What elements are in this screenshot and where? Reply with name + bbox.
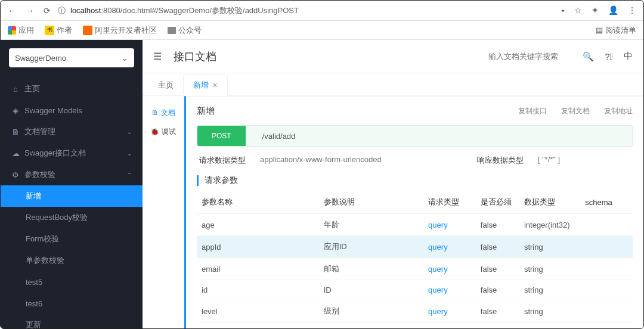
bookmark-author[interactable]: 书作者 [45, 25, 72, 36]
cell-desc: 应用ID [319, 236, 423, 258]
back-icon[interactable]: ← [8, 6, 16, 15]
sidebar-sub-single[interactable]: 单参数校验 [1, 250, 143, 271]
left-tabs: 🗎文档 🐞调试 [143, 96, 184, 329]
aliyun-icon [83, 26, 92, 35]
cell-name: email [197, 258, 319, 280]
method-badge: POST [197, 126, 246, 146]
folder-icon [168, 27, 176, 34]
sidebar-sub-add[interactable]: 新增 [1, 185, 143, 207]
cell-required: false [476, 280, 519, 300]
params-table: 参数名称 参数说明 请求类型 是否必须 数据类型 schema age 年龄 q… [197, 191, 633, 329]
profile-icon[interactable]: 👤 [608, 5, 618, 15]
cell-schema [580, 258, 633, 280]
sidebar-sub-test6[interactable]: test6 [1, 293, 143, 314]
col-datatype: 数据类型 [519, 191, 580, 214]
cell-schema [580, 322, 633, 330]
col-desc: 参数说明 [319, 191, 423, 214]
cell-desc: 名字 [319, 322, 423, 330]
sidebar-sub-form[interactable]: Form校验 [1, 228, 143, 250]
topbar: ☰ 接口文档 🔍 ?⃝ 中 [143, 40, 643, 73]
search-input[interactable] [488, 52, 572, 61]
project-select[interactable]: SwaggerDemo ⌄ [9, 48, 134, 67]
copy-interface-link[interactable]: 复制接口 [518, 106, 547, 116]
url-host: localhost [70, 6, 101, 15]
cell-reqtype: query [423, 280, 476, 300]
copy-addr-link[interactable]: 复制地址 [604, 106, 633, 116]
cell-name: name [197, 322, 319, 330]
models-icon: ◈ [11, 106, 20, 115]
bookmark-reading-list[interactable]: ▤阅读清单 [596, 25, 636, 36]
table-row: appId 应用ID query false string [197, 236, 633, 258]
method-row: POST /valid/add [197, 125, 633, 147]
bookmark-aliyun[interactable]: 阿里云开发者社区 [83, 25, 157, 36]
cell-name: appId [197, 236, 319, 258]
col-schema: schema [580, 191, 633, 214]
list-icon: ▤ [596, 26, 603, 35]
cell-datatype: string [519, 236, 580, 258]
bookmark-apps[interactable]: 应用 [8, 25, 34, 36]
bug-icon: 🐞 [150, 128, 159, 136]
table-row: name 名字 query false string [197, 322, 633, 330]
info-icon[interactable]: ⓘ [58, 5, 66, 16]
reload-icon[interactable]: ⟳ [44, 6, 51, 15]
resp-type-label: 响应数据类型 [477, 155, 524, 166]
cell-name: age [197, 214, 319, 236]
sidebar-sub-test5[interactable]: test5 [1, 271, 143, 293]
col-name: 参数名称 [197, 191, 319, 214]
cell-datatype: string [519, 300, 580, 322]
cell-datatype: string [519, 280, 580, 300]
sidebar-item-validate[interactable]: ⚙参数校验⌃ [1, 164, 143, 185]
menu-toggle-icon[interactable]: ☰ [153, 51, 162, 62]
cell-name: id [197, 280, 319, 300]
tab-home[interactable]: 主页 [148, 75, 183, 95]
docs-icon: 🗎 [11, 128, 20, 136]
doc-icon: 🗎 [151, 108, 159, 117]
help-icon[interactable]: ?⃝ [605, 51, 613, 61]
lefttab-debug[interactable]: 🐞调试 [143, 122, 184, 141]
col-required: 是否必须 [476, 191, 519, 214]
sidebar-item-docs[interactable]: 🗎文档管理⌄ [1, 121, 143, 142]
page-title: 接口文档 [174, 49, 216, 64]
sidebar-item-interface[interactable]: ☁Swagger接口文档⌄ [1, 142, 143, 164]
url-path: :8080/doc.html#/SwaggerDemo/参数校验/addUsin… [101, 6, 299, 15]
cell-schema [580, 280, 633, 300]
url-bar[interactable]: ⓘ localhost:8080/doc.html#/SwaggerDemo/参… [58, 5, 554, 16]
copy-links: 复制接口 复制文档 复制地址 [518, 106, 633, 116]
resp-type-value: [ "*/*" ] [538, 155, 560, 166]
cloud-icon: ☁ [11, 149, 20, 158]
bookmark-public[interactable]: 公众号 [168, 25, 202, 36]
search-icon[interactable]: 🔍 [583, 51, 594, 62]
sidebar-item-home[interactable]: ⌂主页 [1, 78, 143, 100]
tab-add[interactable]: 新增✕ [183, 75, 228, 96]
cell-datatype: integer(int32) [519, 214, 580, 236]
translate-icon[interactable]: ⭑ [561, 5, 565, 15]
lang-toggle[interactable]: 中 [624, 51, 633, 62]
apps-icon [8, 26, 16, 35]
copy-doc-link[interactable]: 复制文档 [561, 106, 590, 116]
favorite-icon[interactable]: ☆ [574, 5, 582, 15]
lefttab-doc[interactable]: 🗎文档 [143, 103, 184, 122]
extension-icon[interactable]: ✦ [592, 5, 599, 15]
bookmarks-bar: 应用 书作者 阿里云开发者社区 公众号 ▤阅读清单 [1, 21, 643, 40]
cell-reqtype: query [423, 214, 476, 236]
sidebar: SwaggerDemo ⌄ ⌂主页 ◈Swagger Models 🗎文档管理⌄… [1, 40, 143, 329]
cell-required: false [476, 322, 519, 330]
menu-icon[interactable]: ⋮ [628, 5, 636, 15]
chevron-down-icon: ⌄ [122, 54, 128, 63]
cell-required: false [476, 236, 519, 258]
chevron-up-icon: ⌃ [127, 172, 132, 178]
table-row: id ID query false string [197, 280, 633, 300]
table-row: age 年龄 query false integer(int32) [197, 214, 633, 236]
doc-content: 新增 复制接口 复制文档 复制地址 POST /valid/add 请 [184, 96, 643, 329]
sidebar-sub-update[interactable]: 更新 [1, 314, 143, 329]
doc-title: 新增 [197, 105, 215, 117]
table-row: level 级别 query false string [197, 300, 633, 322]
sidebar-sub-reqbody[interactable]: RequestBody校验 [1, 207, 143, 228]
cell-schema [580, 214, 633, 236]
sidebar-item-models[interactable]: ◈Swagger Models [1, 100, 143, 121]
close-icon[interactable]: ✕ [212, 82, 218, 89]
browser-toolbar: ← → ⟳ ⓘ localhost:8080/doc.html#/Swagger… [1, 1, 643, 21]
home-icon: ⌂ [11, 85, 20, 94]
req-type-label: 请求数据类型 [199, 155, 246, 166]
forward-icon[interactable]: → [26, 6, 34, 15]
